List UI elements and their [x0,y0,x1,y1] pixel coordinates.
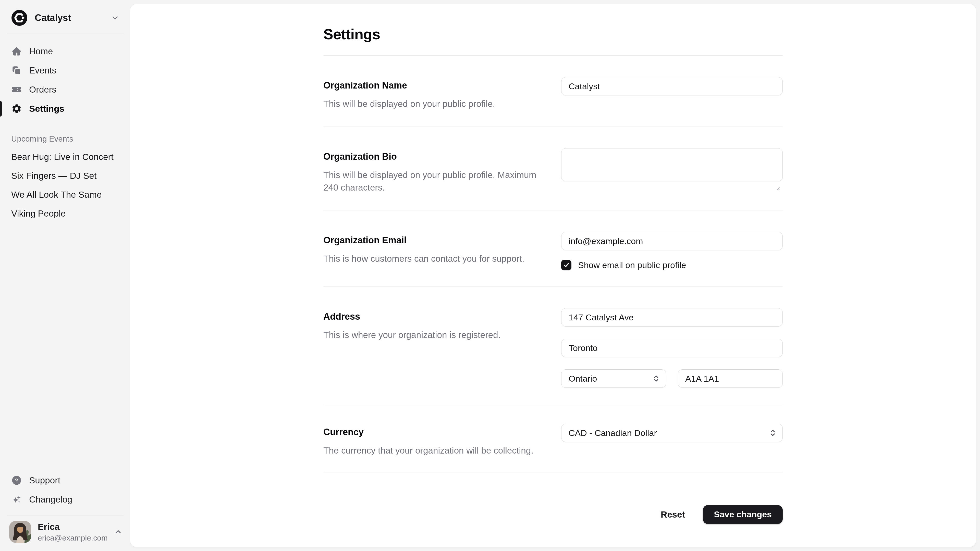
section-organization-bio: Organization Bio This will be displayed … [323,127,783,210]
section-controls [561,77,783,110]
show-email-checkbox[interactable] [561,260,571,270]
sidebar-item-changelog[interactable]: Changelog [6,490,124,509]
chevron-up-icon [115,528,122,536]
user-email: erica@example.com [38,534,108,542]
section-header: Organization Name This will be displayed… [323,77,545,110]
street-address-input[interactable] [561,308,783,327]
catalyst-logo-icon [11,10,27,26]
main-panel: Settings Organization Name This will be … [130,4,976,547]
save-changes-button[interactable]: Save changes [703,505,783,524]
organization-bio-label: Organization Bio [323,151,545,162]
chevron-up-down-icon [652,375,660,383]
sidebar: Catalyst Home Events Orders [0,0,130,551]
sidebar-spacer [0,223,130,471]
section-header: Currency The currency that your organiza… [323,424,545,457]
form-actions: Reset Save changes [323,472,783,547]
region-postal-row: Ontario [561,369,783,388]
user-name: Erica [38,522,108,532]
region-select[interactable]: Ontario [561,369,666,388]
currency-description: The currency that your organization will… [323,444,545,457]
city-input[interactable] [561,339,783,357]
sparkles-icon [11,494,22,505]
resize-handle-icon[interactable] [775,185,780,191]
user-menu[interactable]: Erica erica@example.com [6,521,124,543]
sidebar-item-home[interactable]: Home [6,42,124,60]
workspace-name: Catalyst [35,13,71,23]
upcoming-events-list: Bear Hug: Live in Concert Six Fingers — … [0,148,130,223]
avatar [9,521,31,543]
organization-name-input[interactable] [561,77,783,95]
organization-name-description: This will be displayed on your public pr… [323,97,545,110]
sidebar-item-label: Home [29,46,53,56]
section-header: Organization Email This is how customers… [323,232,545,270]
home-icon [11,46,22,57]
sidebar-item-settings[interactable]: Settings [6,100,124,118]
organization-bio-description: This will be displayed on your public pr… [323,168,545,194]
section-controls: Ontario [561,308,783,388]
section-header: Address This is where your organization … [323,308,545,388]
workspace-switcher[interactable]: Catalyst [6,6,124,29]
event-link[interactable]: Bear Hug: Live in Concert [6,148,124,166]
organization-name-label: Organization Name [323,80,545,91]
sidebar-footer-nav: ? Support Changelog [0,471,130,516]
section-organization-email: Organization Email This is how customers… [323,210,783,286]
settings-content: Settings Organization Name This will be … [323,4,783,547]
sidebar-item-label: Support [29,475,60,486]
address-label: Address [323,311,545,322]
ticket-icon [11,84,22,95]
currency-select[interactable]: CAD - Canadian Dollar [561,424,783,442]
page-title: Settings [323,25,783,43]
sidebar-item-label: Settings [29,103,64,114]
section-controls: CAD - Canadian Dollar [561,424,783,457]
section-controls [561,148,783,194]
sidebar-item-events[interactable]: Events [6,61,124,79]
section-controls: Show email on public profile [561,232,783,270]
workspace-header: Catalyst [6,6,124,33]
chevron-up-down-icon [769,429,777,437]
organization-email-description: This is how customers can contact you fo… [323,252,545,265]
section-currency: Currency The currency that your organiza… [323,404,783,472]
organization-email-input[interactable] [561,232,783,250]
chevron-down-icon [111,14,119,22]
section-header: Organization Bio This will be displayed … [323,148,545,194]
sidebar-nav: Home Events Orders Settings [0,33,130,119]
region-select-value: Ontario [569,374,597,384]
event-link[interactable]: We All Look The Same [6,186,124,204]
gear-icon [11,103,22,114]
upcoming-events-heading: Upcoming Events [0,135,130,144]
currency-label: Currency [323,427,545,437]
reset-button[interactable]: Reset [659,507,687,522]
section-address: Address This is where your organization … [323,286,783,404]
sidebar-item-support[interactable]: ? Support [6,471,124,489]
sidebar-item-label: Events [29,65,56,76]
section-organization-name: Organization Name This will be displayed… [323,56,783,127]
check-icon [563,262,570,268]
sidebar-item-label: Changelog [29,494,72,505]
event-link[interactable]: Six Fingers — DJ Set [6,167,124,185]
event-link[interactable]: Viking People [6,204,124,223]
user-meta: Erica erica@example.com [38,522,108,542]
events-stack-icon [11,65,22,76]
sidebar-user-section: Erica erica@example.com [6,516,124,551]
show-email-checkbox-label: Show email on public profile [578,260,686,270]
organization-bio-textarea[interactable] [561,148,783,181]
organization-email-label: Organization Email [323,235,545,246]
svg-text:?: ? [15,477,18,484]
sidebar-item-label: Orders [29,84,56,95]
sidebar-item-orders[interactable]: Orders [6,80,124,99]
postal-code-input[interactable] [678,369,783,388]
currency-select-value: CAD - Canadian Dollar [569,428,657,438]
show-email-row: Show email on public profile [561,260,783,270]
question-circle-icon: ? [11,475,22,486]
address-description: This is where your organization is regis… [323,329,545,341]
